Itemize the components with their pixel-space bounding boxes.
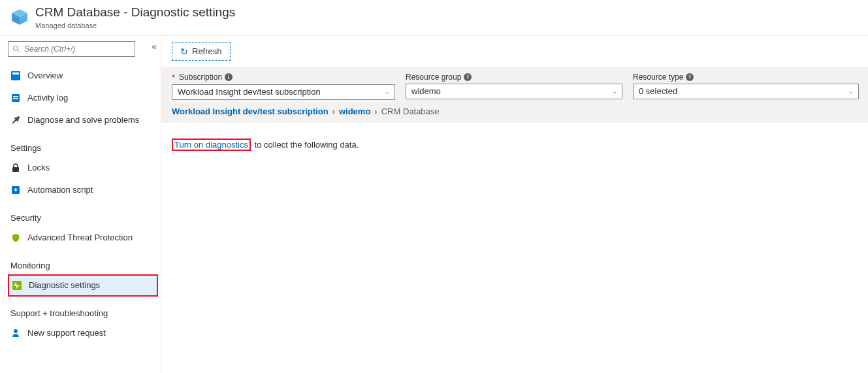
main-content: ↻ Refresh * Subscription i Workload Insi… xyxy=(161,36,868,373)
sidebar-section-settings: Settings xyxy=(10,143,158,153)
sidebar-item-activity-log[interactable]: Activity log xyxy=(8,87,158,109)
dropdown-value: Workload Insight dev/test subscription xyxy=(178,87,321,97)
page-header: CRM Database - Diagnostic settings Manag… xyxy=(0,0,868,36)
dropdown-value: 0 selected xyxy=(639,86,677,96)
sidebar-item-label: New support request xyxy=(27,328,106,338)
filter-label: Resource group i xyxy=(406,73,622,82)
header-titles: CRM Database - Diagnostic settings Manag… xyxy=(35,5,235,30)
cube-icon xyxy=(10,8,29,26)
svg-rect-11 xyxy=(12,167,19,172)
filter-subscription: * Subscription i Workload Insight dev/te… xyxy=(172,73,395,100)
turn-on-diagnostics-link[interactable]: Turn on diagnostics xyxy=(172,138,251,151)
overview-icon xyxy=(10,71,21,81)
page-title: CRM Database - Diagnostic settings xyxy=(35,5,235,20)
svg-line-4 xyxy=(18,50,20,52)
breadcrumb-subscription-link[interactable]: Workload Insight dev/test subscription xyxy=(172,106,329,116)
script-icon xyxy=(10,185,21,195)
sidebar-section-security: Security xyxy=(10,213,158,223)
sidebar-item-diagnostic-settings[interactable]: Diagnostic settings xyxy=(8,274,158,297)
chevron-down-icon: ⌵ xyxy=(613,88,617,95)
dropdown-value: widemo xyxy=(411,86,441,96)
sidebar-item-new-support[interactable]: New support request xyxy=(8,322,158,344)
filter-bar: * Subscription i Workload Insight dev/te… xyxy=(161,67,868,123)
info-icon[interactable]: i xyxy=(464,73,472,81)
breadcrumb-resource-group-link[interactable]: widemo xyxy=(339,106,370,116)
svg-rect-6 xyxy=(12,73,19,74)
lock-icon xyxy=(10,163,21,173)
resource-type-dropdown[interactable]: 0 selected ⌵ xyxy=(633,84,859,99)
sidebar-item-locks[interactable]: Locks xyxy=(8,157,158,179)
sidebar-item-label: Diagnostic settings xyxy=(29,280,100,290)
toolbar: ↻ Refresh xyxy=(161,36,868,67)
sidebar-item-diagnose[interactable]: Diagnose and solve problems xyxy=(8,109,158,131)
resource-group-dropdown[interactable]: widemo ⌵ xyxy=(406,84,622,99)
pulse-icon xyxy=(12,280,22,291)
sidebar-section-support: Support + troubleshooting xyxy=(10,308,158,318)
chevron-down-icon: ⌵ xyxy=(385,88,389,95)
refresh-icon: ↻ xyxy=(180,46,188,57)
page-subtitle: Managed database xyxy=(35,22,235,30)
breadcrumb: Workload Insight dev/test subscription ›… xyxy=(172,106,859,116)
required-indicator: * xyxy=(172,73,175,82)
filter-label-text: Resource group xyxy=(406,73,461,82)
sidebar-item-label: Automation script xyxy=(27,185,93,195)
search-input[interactable] xyxy=(20,44,131,54)
breadcrumb-current: CRM Database xyxy=(381,106,440,116)
filter-label: * Subscription i xyxy=(172,73,395,82)
wrench-icon xyxy=(10,115,21,125)
info-icon[interactable]: i xyxy=(225,73,233,81)
refresh-label: Refresh xyxy=(192,46,222,56)
support-icon xyxy=(10,328,21,338)
filter-label-text: Resource type xyxy=(633,73,683,82)
sidebar-item-label: Activity log xyxy=(27,93,68,103)
sidebar-item-advanced-threat[interactable]: Advanced Threat Protection xyxy=(8,227,158,249)
search-icon xyxy=(12,45,20,53)
svg-rect-8 xyxy=(13,96,18,97)
shield-icon xyxy=(10,233,21,243)
sidebar-item-label: Locks xyxy=(27,163,50,172)
chevron-down-icon: ⌵ xyxy=(849,88,853,95)
refresh-button[interactable]: ↻ Refresh xyxy=(172,42,231,61)
sidebar-section-monitoring: Monitoring xyxy=(10,261,158,270)
subscription-dropdown[interactable]: Workload Insight dev/test subscription ⌵ xyxy=(172,84,395,100)
collapse-sidebar-icon[interactable]: « xyxy=(152,41,157,52)
activity-log-icon xyxy=(10,93,21,103)
sidebar-item-label: Diagnose and solve problems xyxy=(27,115,139,125)
sidebar-item-automation[interactable]: Automation script xyxy=(8,179,158,201)
turn-on-diagnostics-text: to collect the following data. xyxy=(252,140,359,150)
sidebar-item-overview[interactable]: Overview xyxy=(8,65,158,87)
sidebar: « Overview Activity log Diagnose and sol… xyxy=(0,36,161,373)
filter-label: Resource type i xyxy=(633,73,859,82)
sidebar-item-label: Advanced Threat Protection xyxy=(27,233,133,242)
search-input-wrapper[interactable] xyxy=(8,41,135,57)
filter-label-text: Subscription xyxy=(179,73,222,82)
filter-resource-group: Resource group i widemo ⌵ xyxy=(406,73,622,100)
svg-point-3 xyxy=(14,46,18,50)
sidebar-item-label: Overview xyxy=(27,71,63,80)
svg-rect-9 xyxy=(13,98,18,99)
breadcrumb-separator: › xyxy=(332,106,335,116)
info-icon[interactable]: i xyxy=(686,73,694,81)
svg-point-14 xyxy=(14,329,18,333)
content-area: Turn on diagnostics to collect the follo… xyxy=(161,123,868,167)
filter-resource-type: Resource type i 0 selected ⌵ xyxy=(633,73,859,100)
breadcrumb-separator: › xyxy=(374,106,377,116)
